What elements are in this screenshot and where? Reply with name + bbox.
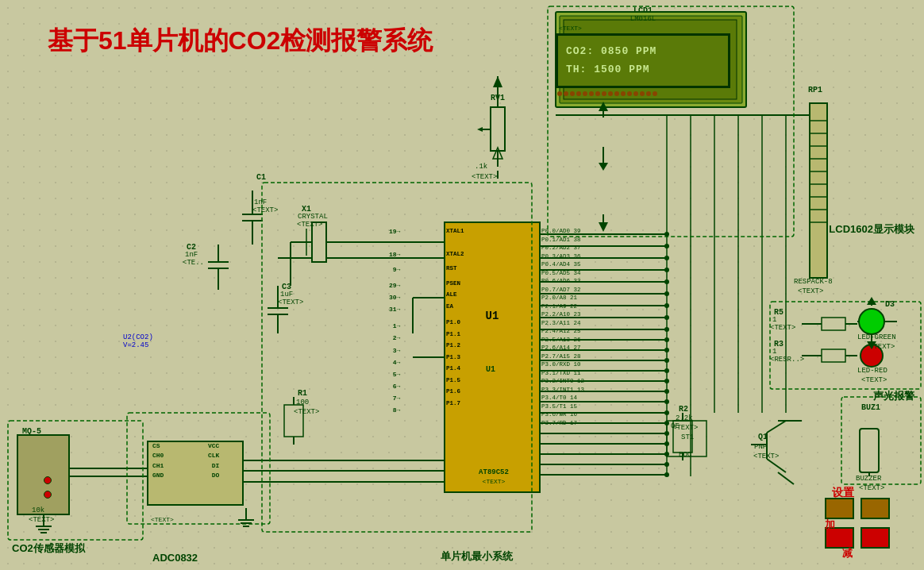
svg-marker-158 bbox=[599, 222, 608, 232]
svg-point-112 bbox=[664, 256, 669, 260]
mq5-value: 10k bbox=[32, 506, 44, 514]
page-title: 基于51单片机的CO2检测报警系统 bbox=[48, 24, 433, 59]
d3-label: D3 bbox=[885, 300, 895, 309]
svg-point-110 bbox=[664, 232, 669, 237]
c2-value: 1nF bbox=[185, 251, 198, 259]
svg-rect-37 bbox=[822, 318, 845, 330]
svg-point-128 bbox=[664, 431, 669, 436]
svg-point-39 bbox=[859, 309, 884, 334]
svg-point-131 bbox=[664, 462, 669, 467]
r3-value: 1 bbox=[772, 348, 776, 356]
svg-rect-44 bbox=[491, 107, 505, 151]
svg-point-127 bbox=[664, 421, 669, 426]
c3-text: <TEXT> bbox=[278, 298, 303, 306]
svg-rect-142 bbox=[826, 499, 853, 518]
lcd-model: LM016L bbox=[556, 15, 730, 23]
svg-point-117 bbox=[664, 315, 669, 320]
svg-rect-108 bbox=[841, 397, 921, 484]
r1-label: R1 bbox=[298, 389, 307, 398]
lcd-component-name: LCD1 bbox=[556, 6, 730, 15]
svg-point-121 bbox=[664, 358, 669, 363]
r2-label: R2 bbox=[679, 405, 688, 414]
mcu-chip-name: U1 bbox=[460, 310, 524, 322]
rp1-label: RP1 bbox=[808, 86, 822, 94]
adc-section-label: ADC0832 bbox=[152, 552, 198, 564]
q1-model: PNP bbox=[754, 443, 767, 451]
x1-model: CRYSTAL bbox=[298, 213, 328, 221]
lcd-pins bbox=[557, 91, 730, 96]
svg-rect-107 bbox=[770, 302, 921, 389]
mcu-text-label: <TEXT> bbox=[447, 478, 541, 485]
svg-point-132 bbox=[664, 472, 669, 477]
svg-rect-61 bbox=[860, 429, 879, 472]
svg-rect-34 bbox=[822, 349, 845, 362]
r1-value: 100 bbox=[296, 399, 309, 406]
mcu-center-label: U1 bbox=[451, 365, 530, 374]
decrease-label: 减 bbox=[842, 546, 853, 560]
mq5-text: <TEXT> bbox=[29, 516, 54, 524]
svg-point-124 bbox=[664, 389, 669, 394]
lcd-module-label: LCD1602显示模块 bbox=[829, 222, 914, 237]
svg-point-119 bbox=[664, 337, 669, 342]
svg-point-113 bbox=[664, 268, 669, 272]
rv1-value: .1k bbox=[475, 163, 487, 171]
c1-value: 1nF bbox=[254, 198, 267, 206]
svg-point-111 bbox=[664, 244, 669, 248]
c3-value: 1uF bbox=[280, 291, 293, 298]
svg-marker-50 bbox=[493, 148, 502, 159]
svg-marker-160 bbox=[867, 297, 876, 305]
power-dot-2 bbox=[44, 491, 52, 499]
buz1-label: BUZ1 bbox=[861, 403, 880, 412]
svg-point-126 bbox=[664, 410, 669, 415]
mcu-right-pins: P0.0/AD0 39 P0.1/AD1 38 P0.2/AD2 37 P0.3… bbox=[541, 227, 584, 427]
svg-rect-104 bbox=[127, 413, 270, 524]
adc-text: <TEXT> bbox=[151, 516, 174, 523]
led-red-text: <TEXT> bbox=[861, 376, 887, 384]
mcu-system-label: 单片机最小系统 bbox=[441, 549, 513, 564]
lcd-text-label: <TEXT> bbox=[559, 25, 730, 32]
svg-point-118 bbox=[664, 327, 669, 332]
svg-line-59 bbox=[778, 472, 794, 484]
svg-point-114 bbox=[664, 279, 669, 284]
power-dot-1 bbox=[44, 476, 52, 484]
c1-label: C1 bbox=[256, 173, 266, 182]
lcd-component: LCD1 LM016L <TEXT> CO2: 0850 PPM TH: 150… bbox=[556, 6, 730, 96]
svg-point-125 bbox=[664, 399, 669, 404]
schematic-canvas: 基于51单片机的CO2检测报警系统 bbox=[0, 0, 924, 570]
svg-point-120 bbox=[664, 348, 669, 352]
st1-label: ST1 bbox=[681, 433, 694, 441]
q1-label: Q1 bbox=[758, 433, 768, 441]
svg-rect-5 bbox=[17, 435, 69, 514]
svg-rect-43 bbox=[810, 103, 827, 278]
svg-marker-48 bbox=[493, 76, 502, 87]
rv1-label: RV1 bbox=[491, 94, 505, 102]
co2-sensor-label: CO2传感器模拟 bbox=[12, 541, 85, 556]
d3-model: LED-GREEN bbox=[857, 333, 896, 341]
adc-pin-labels-left: CS CH0 CH1 GND bbox=[152, 441, 164, 481]
r5-value: 1 bbox=[772, 316, 776, 324]
led-red-label: LED-RED bbox=[857, 367, 887, 375]
r5-text: <TEXT> bbox=[770, 324, 795, 332]
q1-text: <TEXT> bbox=[753, 453, 779, 460]
rp1-model: RESPACK-8 bbox=[794, 278, 833, 286]
r1-text: <TEXT> bbox=[294, 408, 319, 416]
mcu-model: AT89C52 bbox=[447, 468, 541, 476]
svg-line-57 bbox=[767, 459, 786, 472]
svg-point-123 bbox=[664, 379, 669, 383]
c1-text: <TEXT> bbox=[252, 206, 278, 214]
x1-text: <TEXT> bbox=[297, 221, 322, 229]
svg-point-115 bbox=[664, 291, 669, 296]
d3-text: <TEXT> bbox=[869, 343, 895, 351]
rp1-text: <TEXT> bbox=[798, 287, 823, 295]
svg-line-56 bbox=[767, 421, 786, 433]
buz1-text: <TEXT> bbox=[859, 484, 884, 492]
increase-label: 加 bbox=[825, 518, 835, 532]
mq5-label: MQ-5 bbox=[22, 427, 41, 436]
svg-marker-156 bbox=[599, 102, 608, 111]
u2-label: U2(CO2)V=2.45 bbox=[123, 333, 153, 349]
svg-point-116 bbox=[664, 303, 669, 308]
eoc-label: EOC bbox=[679, 451, 691, 459]
adc-pin-labels-right: VCC CLK DI DO bbox=[208, 441, 219, 481]
lcd-line2: TH: 1500 PPM bbox=[566, 60, 720, 79]
r3-text: <RESR..> bbox=[770, 356, 804, 364]
